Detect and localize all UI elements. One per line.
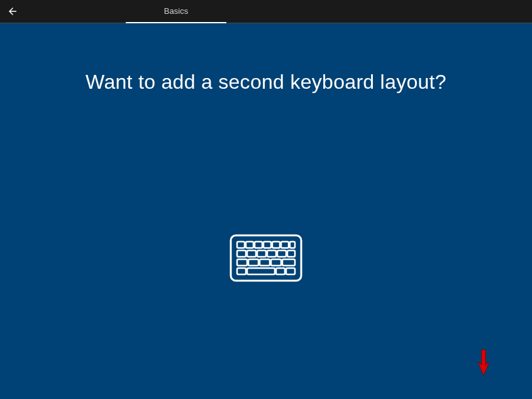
svg-rect-13 xyxy=(287,250,295,257)
svg-rect-5 xyxy=(272,242,280,248)
back-arrow-icon xyxy=(7,6,18,17)
svg-rect-11 xyxy=(267,250,276,257)
svg-rect-19 xyxy=(237,268,246,274)
svg-rect-2 xyxy=(246,242,253,248)
tab-basics[interactable]: Basics xyxy=(126,0,226,23)
svg-rect-14 xyxy=(237,259,247,266)
svg-rect-4 xyxy=(263,242,271,248)
svg-rect-22 xyxy=(286,268,295,274)
svg-rect-15 xyxy=(248,259,258,266)
tab-label: Basics xyxy=(164,6,188,16)
svg-rect-20 xyxy=(247,268,275,274)
svg-rect-10 xyxy=(257,250,266,257)
keyboard-icon xyxy=(230,234,302,284)
svg-rect-16 xyxy=(260,259,270,266)
svg-rect-8 xyxy=(237,250,246,257)
svg-rect-7 xyxy=(290,242,295,248)
svg-rect-17 xyxy=(271,259,281,266)
svg-rect-6 xyxy=(281,242,289,248)
svg-rect-23 xyxy=(482,350,485,365)
back-button[interactable] xyxy=(0,0,25,23)
svg-rect-9 xyxy=(247,250,256,257)
svg-rect-12 xyxy=(277,250,286,257)
svg-rect-1 xyxy=(237,242,245,248)
svg-rect-18 xyxy=(282,259,295,266)
svg-rect-21 xyxy=(276,268,285,274)
page-heading: Want to add a second keyboard layout? xyxy=(0,70,532,94)
annotation-arrow-icon xyxy=(477,349,490,379)
top-bar: Basics xyxy=(0,0,532,23)
main-content: Want to add a second keyboard layout? xyxy=(0,70,532,399)
svg-rect-3 xyxy=(255,242,262,248)
